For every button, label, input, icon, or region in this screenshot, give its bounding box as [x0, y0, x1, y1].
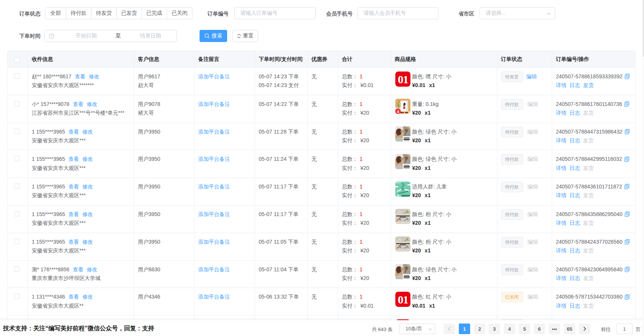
svg-text:01: 01 [398, 73, 408, 86]
svg-text:01: 01 [398, 293, 408, 306]
svg-text:婴儿: 婴儿 [397, 194, 402, 197]
svg-text:4: 4 [397, 109, 399, 114]
